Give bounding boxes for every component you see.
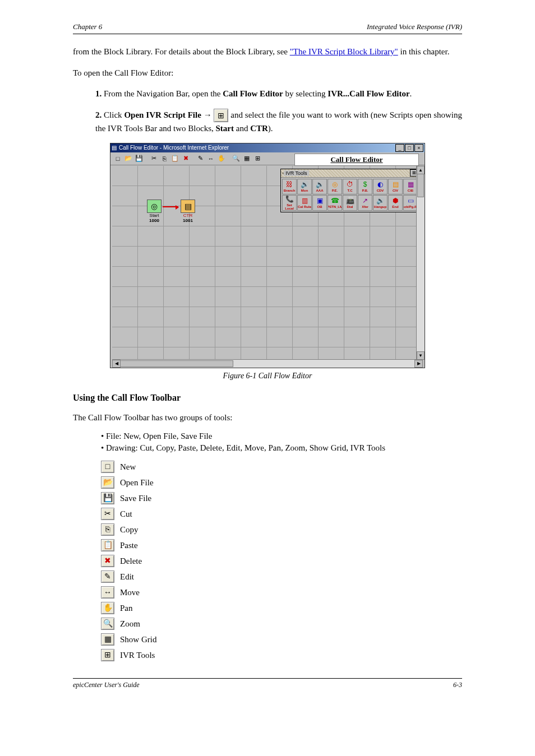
delete-icon[interactable]: ✖ [181,154,191,164]
toolbar-group-drawing: • Drawing: Cut, Copy, Paste, Delete, Edi… [101,443,462,453]
step-1: 1. From the Navigation Bar, open the Cal… [95,87,462,100]
grid-icon[interactable]: ▦ [242,154,252,164]
page-footer: epicCenter User's Guide 6-3 [73,678,462,689]
open-icon[interactable]: 📂 [123,154,133,164]
close-button[interactable]: × [414,144,423,152]
palette-tool-ob[interactable]: ▣OB [312,195,327,211]
palette-body: ⛓Branch🔊Mon🔈AAA◎P.E.⏱T.C$P.B.◐CDV▤CIV▦CI… [281,178,419,212]
scroll-up-icon[interactable]: ▲ [417,166,425,174]
palette-tool-xfer[interactable]: ↗Xfer [358,195,372,211]
call-flow-editor-screenshot: ▤ Call Flow Editor - Microsoft Internet … [110,143,425,368]
pan-tool-icon: ✋ [101,602,114,614]
scroll-thumb-v[interactable] [417,174,424,197]
toolbar-intro: The Call Flow Toolbar has two groups of … [73,411,462,424]
editor-canvas[interactable]: ◎ Start 1000 ▤ CTR 1001 ▫ IVR Tools ⊠ ⛓B… [112,166,423,360]
header-title: Integrated Voice Response (IVR) [367,22,462,31]
step-2: 2. Click Open IVR Script File → ⊞ and se… [95,109,462,135]
toolbar-item-delete: ✖ Delete [101,555,462,567]
scroll-left-icon[interactable]: ◀ [112,360,121,368]
palette-titlebar[interactable]: ▫ IVR Tools ⊠ [281,169,419,178]
toolbar-item-ivrtools: ⊞ IVR Tools [101,649,462,661]
scroll-thumb-h[interactable] [120,360,233,367]
toolbar-item-paste: 📋 Paste [101,539,462,551]
paste-tool-icon: 📋 [101,539,114,551]
window-title: Call Flow Editor - Microsoft Internet Ex… [117,145,395,151]
palette-tool-pstn-lm[interactable]: ☎PSTN_LM [328,195,342,211]
move-tool-icon: ↔ [101,586,114,599]
app-icon: ▤ [112,145,117,151]
figure-caption: Figure 6-1 Call Flow Editor [73,372,462,381]
copy-icon[interactable]: ⎘ [159,154,169,164]
palette-tool-end[interactable]: ⬢End [388,195,403,211]
toolbar-item-open: 📂 Open File [101,476,462,489]
ivr-tools-toolbar-icon: ⊞ [101,649,114,661]
palette-tool-branch[interactable]: ⛓Branch [282,179,297,194]
toolbar-item-zoom: 🔍 Zoom [101,618,462,630]
new-file-icon: □ [101,461,114,473]
toolbar-item-pan: ✋ Pan [101,602,462,614]
palette-tool-hangup[interactable]: 🔊Hangup [373,195,388,211]
toolbar-section-heading: Using the Call Flow Toolbar [73,393,462,403]
delete-tool-icon: ✖ [101,555,114,567]
palette-tool-set-local[interactable]: 📞Set Local [282,195,297,211]
window-titlebar: ▤ Call Flow Editor - Microsoft Internet … [110,143,425,152]
toolbar-item-move: ↔ Move [101,586,462,599]
palette-tool-cal-rule[interactable]: ▥Cal Rule [297,195,312,211]
palette-tool-civ[interactable]: ▤CIV [388,179,403,194]
editor-header-label: Call Flow Editor [294,154,419,166]
edit-tool-icon: ✎ [101,571,114,583]
page-header: Chapter 6 Integrated Voice Response (IVR… [73,22,462,34]
ivr-tools-icon[interactable]: ⊞ [252,154,262,164]
palette-tool-dial[interactable]: 📠Dial [343,195,357,211]
ivr-tools-palette[interactable]: ▫ IVR Tools ⊠ ⛓Branch🔊Mon🔈AAA◎P.E.⏱T.C$P… [280,169,419,212]
new-icon[interactable]: □ [113,154,123,164]
paste-icon[interactable]: 📋 [170,154,180,164]
pan-icon[interactable]: ✋ [216,154,227,164]
save-icon[interactable]: 💾 [134,154,144,164]
toolbar-item-grid: ▦ Show Grid [101,633,462,646]
scroll-right-icon[interactable]: ▶ [414,360,423,368]
open-editor-lead: To open the Call Flow Editor: [73,67,462,80]
start-node[interactable]: ◎ Start 1000 [146,200,163,223]
toolbar-item-new: □ New [101,461,462,473]
toolbar-item-copy: ⎘ Copy [101,523,462,536]
cut-icon[interactable]: ✂ [149,154,159,164]
vertical-scrollbar[interactable]: ▲ ▼ [416,166,425,360]
save-file-icon: 💾 [101,492,114,504]
footer-page-number: 6-3 [453,681,462,689]
palette-tool-t-c[interactable]: ⏱T.C [343,179,357,194]
palette-tool-aaa[interactable]: 🔈AAA [312,179,327,194]
palette-tool-p-e-[interactable]: ◎P.E. [328,179,342,194]
horizontal-scrollbar[interactable]: ◀ ▶ [112,359,423,368]
palette-tool-p-b-[interactable]: $P.B. [358,179,372,194]
palette-tool-cdv[interactable]: ◐CDV [373,179,388,194]
footer-doc-title: epicCenter User's Guide [73,681,140,689]
maximize-button[interactable]: □ [405,144,414,152]
ctr-node[interactable]: ▤ CTR 1001 [179,200,196,223]
scroll-down-icon[interactable]: ▼ [417,351,425,360]
connector-arrow [163,206,178,207]
cut-tool-icon: ✂ [101,508,114,520]
ivr-tools-inline-icon: ⊞ [214,109,228,122]
toolbar-item-cut: ✂ Cut [101,508,462,520]
minimize-button[interactable]: _ [395,144,404,152]
intro-continuation: from the Block Library. For details abou… [73,45,462,58]
copy-tool-icon: ⎘ [101,523,114,536]
toolbar-item-save: 💾 Save File [101,492,462,504]
palette-title-text: IVR Tools [284,170,308,176]
header-chapter: Chapter 6 [73,22,102,31]
zoom-tool-icon: 🔍 [101,618,114,630]
toolbar-group-file: • File: New, Open File, Save File [101,432,462,441]
grid-tool-icon: ▦ [101,633,114,646]
block-library-link[interactable]: "The IVR Script Block Library" [290,47,398,56]
zoom-icon[interactable]: 🔍 [231,154,241,164]
toolbar-item-edit: ✎ Edit [101,571,462,583]
palette-tool-mon[interactable]: 🔊Mon [297,179,312,194]
edit-icon[interactable]: ✎ [195,154,205,164]
move-icon[interactable]: ↔ [206,154,216,164]
open-file-icon: 📂 [101,476,114,489]
